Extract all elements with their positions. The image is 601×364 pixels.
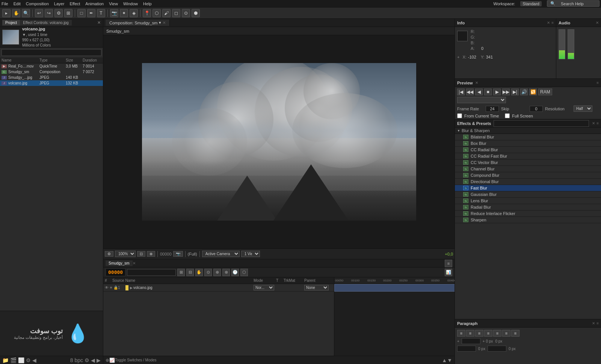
from-current-time-checkbox[interactable] [457,113,462,118]
list-item[interactable]: J volcano.jpg JPEG 132 KB [0,80,103,86]
comp-sub-tab[interactable]: Smudgy_sm [106,29,129,33]
tool-shape[interactable]: ◈ [130,9,138,17]
tab-project[interactable]: Project [2,20,20,26]
ram-options-select[interactable]: RAM Preview Options [457,97,506,103]
layer-collapse-icon[interactable]: ▶ [130,286,133,290]
color-settings-btn[interactable]: ⚙ [85,357,89,363]
tool-puppet[interactable]: ⬢ [192,9,200,17]
tl-tool-6[interactable]: ⊗ [222,269,230,276]
effects-item[interactable]: fx CC Radial Blur [455,147,601,153]
justify-all-btn[interactable]: ≡ [511,330,519,337]
prev-ram-btn[interactable]: RAM [538,89,552,95]
effects-item[interactable]: fx CC Radial Fast Blur [455,153,601,159]
tl-tool-8[interactable]: ⬡ [240,269,248,276]
new-comp-btn[interactable]: 🎬 [10,357,17,363]
justify-center-btn[interactable]: ≡ [493,330,501,337]
effects-panel-menu[interactable]: ≡ [596,121,599,125]
menu-window[interactable]: Window [123,2,138,6]
project-search-input[interactable] [2,49,101,56]
tool-pin[interactable]: 📍 [143,9,151,17]
menu-composition[interactable]: Composition [26,2,49,6]
tl-tool-1[interactable]: ⊞ [177,269,185,276]
effects-item[interactable]: fx Sharpen [455,217,601,223]
layer-eye-icon[interactable]: 👁 [105,286,109,290]
effects-item[interactable]: fx Gaussian Blur [455,191,601,198]
menu-view[interactable]: View [109,2,118,6]
paragraph-panel-menu[interactable]: ≡ [596,321,599,325]
effects-category-blur[interactable]: Blur & Sharpen [455,128,601,134]
search-help-input[interactable]: 🔍 Search Help [547,0,599,7]
view-select[interactable]: Active Camera [202,251,240,257]
settings-btn[interactable]: ⚙ [26,357,31,363]
info-panel-close[interactable]: ✕ [547,21,550,25]
justify-right-btn[interactable]: ≡ [502,330,510,337]
effects-item[interactable]: fx Bilateral Blur [455,134,601,140]
tl-scroll-left-btn[interactable]: ▲ [442,357,447,363]
tl-tool-2[interactable]: ⊟ [186,269,194,276]
tool-brush[interactable]: 🖌 [162,9,171,17]
menu-animation[interactable]: Animation [85,2,104,6]
camera-btn[interactable]: 📷 [173,251,183,257]
effects-item[interactable]: fx Radial Blur [455,204,601,211]
timeline-track-bar[interactable] [334,284,455,292]
list-item[interactable]: C Smudgy_sm Composition 7 0072 [0,69,103,75]
tool-settings[interactable]: ⚙ [54,9,63,17]
timeline-tab[interactable]: Smudgy_sm [106,260,133,266]
prev-prev-frame-btn[interactable]: ◀◀ [466,89,474,95]
effects-search-input[interactable] [494,120,589,127]
effects-item[interactable]: fx Box Blur [455,140,601,147]
arrow-right-btn[interactable]: ▶ [97,357,101,363]
new-folder-btn[interactable]: 📁 [2,357,9,363]
tool-hand[interactable]: ✋ [12,9,20,17]
tool-pen[interactable]: ✒ [87,9,95,17]
prev-first-frame-btn[interactable]: |◀ [457,89,465,95]
tool-text[interactable]: T [97,9,105,17]
effects-item[interactable]: fx CC Vector Blur [455,159,601,166]
comp-tab-dropdown[interactable]: ▾ [159,20,161,25]
layer-color-bar[interactable] [125,285,128,290]
preview-panel-expand[interactable]: ✕ [475,81,478,85]
composition-tab[interactable]: Composition: Smudgy_sm ▾ ✕ [106,20,170,26]
resolution-select[interactable]: Half [574,105,592,112]
prev-last-frame-btn[interactable]: ▶| [511,89,519,95]
effects-item[interactable]: fx Reduce Interlace Flicker [455,211,601,217]
table-row[interactable]: 👁 ☀ 🔒 1 ▶ volcano.jpg Nor... [103,284,334,292]
bpc-indicator[interactable]: 8 bpc [70,357,83,363]
toggle-switches-label[interactable]: Toggle Switches / Modes [115,358,157,362]
tool-select[interactable]: ▸ [2,9,11,17]
tool-rect[interactable]: □ [77,9,86,17]
effects-item[interactable]: fx Channel Blur [455,166,601,172]
tl-add-marker-btn[interactable]: ⊕ [106,358,109,363]
tool-roto[interactable]: ⊙ [182,9,190,17]
tl-graph-btn[interactable]: 📈 [109,358,115,363]
tl-tool-4[interactable]: ⊙ [204,269,212,276]
justify-left-btn[interactable]: ≡ [484,330,492,337]
effects-item[interactable]: fx Compound Blur [455,172,601,179]
effects-panel-close[interactable]: ✕ [592,121,595,125]
indent-input[interactable] [462,338,480,344]
prev-audio-btn[interactable]: 🔊 [520,89,528,95]
align-left-btn[interactable]: ≡ [457,330,465,337]
workspace-value[interactable]: Standard [520,1,542,6]
tool-redo[interactable]: ↪ [45,9,53,17]
preview-panel-menu[interactable]: ≡ [596,81,599,85]
tl-tool-7[interactable]: 🕐 [231,269,239,276]
prev-loop-btn[interactable]: 🔁 [529,89,537,95]
prev-btn[interactable]: ◀ [32,357,36,363]
prev-next-frame-btn[interactable]: ▶▶ [502,89,510,95]
list-item[interactable]: J Smudgy_...jpg JPEG 140 KB [0,75,103,80]
prev-stop-btn[interactable]: ■ [484,89,492,95]
layout-select[interactable]: 1 View [241,251,260,257]
menu-file[interactable]: File [2,2,8,6]
tl-tool-5[interactable]: ⊕ [213,269,221,276]
layer-mode[interactable]: Nor... [254,285,276,290]
tl-scroll-right-btn[interactable]: ▼ [447,357,452,363]
align-right-btn[interactable]: ≡ [475,330,483,337]
effects-item[interactable]: fx Directional Blur [455,179,601,185]
effects-item[interactable]: fx Lens Blur [455,198,601,204]
menu-help[interactable]: Help [143,2,152,6]
layer-solo-icon[interactable]: ☀ [109,286,113,290]
comp-tab-close-btn[interactable]: ✕ [163,21,166,25]
tool-undo[interactable]: ↩ [35,9,43,17]
mode-select[interactable]: Nor... [254,285,274,290]
